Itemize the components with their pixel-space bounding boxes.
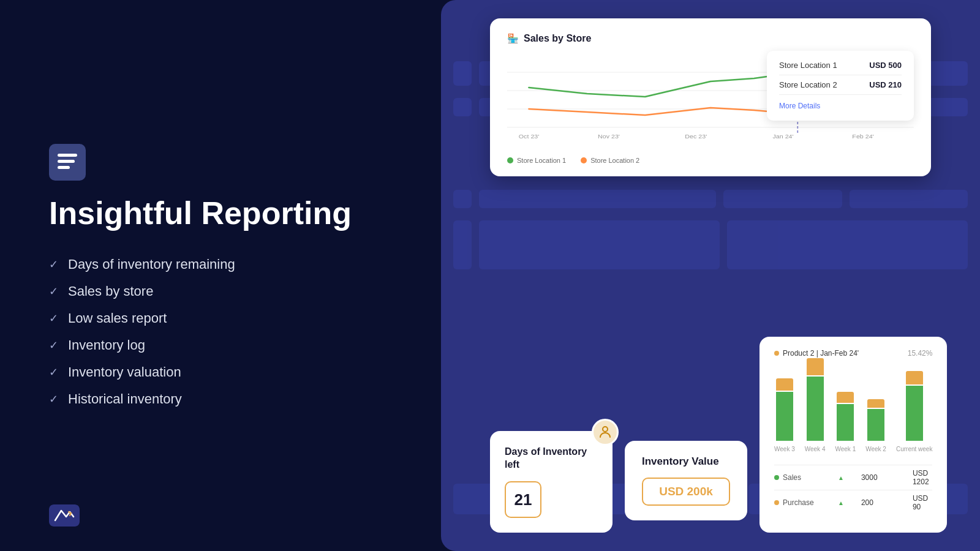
inv-value-title: Inventory Value	[642, 455, 730, 468]
store2-value: USD 210	[869, 80, 902, 89]
bar-week4: Week 4	[805, 355, 826, 452]
check-icon: ✓	[49, 339, 58, 352]
bars-container: Week 3 Week 4 Week 1	[774, 367, 932, 465]
check-icon: ✓	[49, 312, 58, 325]
legend-store2: Store Location 2	[581, 157, 639, 164]
store1-value: USD 500	[869, 61, 902, 70]
feature-item: ✓Sales by store	[49, 283, 392, 299]
person-icon	[592, 419, 619, 446]
days-value: 21	[505, 481, 541, 518]
report-icon	[49, 144, 86, 181]
logo	[49, 504, 80, 527]
store1-label: Store Location 1	[779, 61, 837, 70]
check-icon: ✓	[49, 258, 58, 271]
inv-value-amount: USD 200k	[642, 478, 730, 506]
page-title: Insightful Reporting	[49, 195, 392, 232]
legend-store1: Store Location 1	[507, 157, 566, 164]
bar-week3: Week 3	[774, 355, 795, 452]
chart-tooltip: Store Location 1 USD 500 Store Location …	[767, 51, 914, 121]
feature-item: ✓Days of inventory remaining	[49, 257, 392, 272]
bar-current-week: Current week	[896, 355, 932, 452]
feature-item: ✓Low sales report	[49, 310, 392, 326]
svg-text:Nov 23': Nov 23'	[598, 133, 620, 140]
days-card-title: Days of Inventory left	[505, 446, 598, 471]
bar-week1: Week 1	[835, 355, 856, 452]
bar-chart-card: Product 2 | Jan-Feb 24' 15.42% Week 3	[760, 337, 947, 533]
svg-text:Oct 23': Oct 23'	[519, 133, 540, 140]
right-panel: 🏪 Sales by Store Oct	[441, 0, 980, 551]
feature-list: ✓Days of inventory remaining✓Sales by st…	[49, 257, 392, 407]
bar-week2: Week 2	[865, 355, 886, 452]
svg-text:Jan 24': Jan 24'	[773, 133, 794, 140]
store2-label: Store Location 2	[779, 80, 837, 89]
check-icon: ✓	[49, 392, 58, 406]
svg-rect-3	[58, 166, 70, 169]
svg-point-14	[603, 427, 608, 432]
days-of-inventory-card: Days of Inventory left 21	[490, 431, 612, 533]
chart-legend: Store Location 1 Store Location 2	[507, 157, 914, 164]
sales-by-store-card: 🏪 Sales by Store Oct	[490, 18, 931, 176]
svg-text:Feb 24': Feb 24'	[852, 133, 873, 140]
svg-rect-1	[58, 154, 77, 157]
more-details-link[interactable]: More Details	[779, 102, 820, 110]
svg-text:Dec 23': Dec 23'	[685, 133, 707, 140]
svg-rect-2	[58, 160, 75, 163]
left-panel: Insightful Reporting ✓Days of inventory …	[0, 0, 441, 551]
inventory-value-card: Inventory Value USD 200k	[625, 441, 747, 520]
check-icon: ✓	[49, 365, 58, 379]
feature-item: ✓Inventory valuation	[49, 364, 392, 380]
feature-item: ✓Historical inventory	[49, 391, 392, 407]
check-icon: ✓	[49, 285, 58, 298]
bar-chart-legend: Sales ▲ 3000 USD 1202 Purchase ▲ 200 USD…	[774, 465, 932, 515]
store-icon: 🏪	[507, 33, 519, 44]
feature-item: ✓Inventory log	[49, 337, 392, 353]
sales-card-title: 🏪 Sales by Store	[507, 33, 914, 44]
